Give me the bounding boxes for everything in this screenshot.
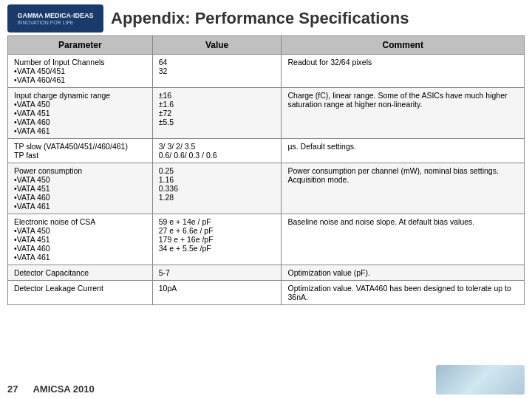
- cell-param: Number of Input Channels•VATA 450/451•VA…: [8, 55, 153, 88]
- logo-tagline: INNOVATION FOR LIFE: [17, 20, 93, 25]
- cell-comment: Charge (fC), linear range. Some of the A…: [282, 88, 525, 139]
- table-row: Detector Capacitance5-7Optimization valu…: [8, 265, 525, 281]
- specs-table: Parameter Value Comment Number of Input …: [7, 35, 525, 305]
- table-row: TP slow (VATA450/451//460/461)TP fast3/ …: [8, 139, 525, 163]
- cell-param: Electronic noise of CSA•VATA 450•VATA 45…: [8, 214, 153, 265]
- cell-param: TP slow (VATA450/451//460/461)TP fast: [8, 139, 153, 163]
- cell-value: 10pA: [152, 281, 282, 305]
- conference-label: AMICSA 2010: [33, 383, 94, 395]
- cell-comment: Power consumption per channel (mW), nomi…: [282, 163, 525, 214]
- cell-value: 59 e + 14e / pF27 e + 6.6e / pF179 e + 1…: [152, 214, 282, 265]
- cell-param: Input charge dynamic range•VATA 450•VATA…: [8, 88, 153, 139]
- cell-value: 6432: [152, 55, 282, 88]
- cell-value: 0.251.160.3361.28: [152, 163, 282, 214]
- cell-param: Detector Capacitance: [8, 265, 153, 281]
- cell-comment: Baseline noise and noise slope. At defau…: [282, 214, 525, 265]
- col-header-value: Value: [152, 36, 282, 55]
- page-number: 27: [7, 383, 18, 395]
- cell-comment: µs. Default settings.: [282, 139, 525, 163]
- col-header-comment: Comment: [282, 36, 525, 55]
- table-row: Number of Input Channels•VATA 450/451•VA…: [8, 55, 525, 88]
- cell-comment: Optimization value (pF).: [282, 265, 525, 281]
- page-title: Appendix: Performance Specifications: [111, 9, 409, 28]
- cell-value: 5-7: [152, 265, 282, 281]
- cell-comment: Optimization value. VATA460 has been des…: [282, 281, 525, 305]
- footer: 27 AMICSA 2010: [0, 365, 532, 395]
- cell-comment: Readout for 32/64 pixels: [282, 55, 525, 88]
- logo-name: GAMMA MEDICA-IDEAS: [17, 12, 93, 21]
- table-row: Power consumption•VATA 450•VATA 451•VATA…: [8, 163, 525, 214]
- cell-param: Power consumption•VATA 450•VATA 451•VATA…: [8, 163, 153, 214]
- col-header-parameter: Parameter: [8, 36, 153, 55]
- table-row: Input charge dynamic range•VATA 450•VATA…: [8, 88, 525, 139]
- cell-value: ±16±1.6±72±5.5: [152, 88, 282, 139]
- table-row: Detector Leakage Current10pAOptimization…: [8, 281, 525, 305]
- logo: GAMMA MEDICA-IDEAS INNOVATION FOR LIFE: [7, 4, 103, 33]
- footer-image: [436, 365, 525, 395]
- table-row: Electronic noise of CSA•VATA 450•VATA 45…: [8, 214, 525, 265]
- specs-table-container: Parameter Value Comment Number of Input …: [0, 35, 532, 305]
- header: GAMMA MEDICA-IDEAS INNOVATION FOR LIFE A…: [0, 0, 532, 35]
- cell-value: 3/ 3/ 2/ 3.50.6/ 0.6/ 0.3 / 0.6: [152, 139, 282, 163]
- cell-param: Detector Leakage Current: [8, 281, 153, 305]
